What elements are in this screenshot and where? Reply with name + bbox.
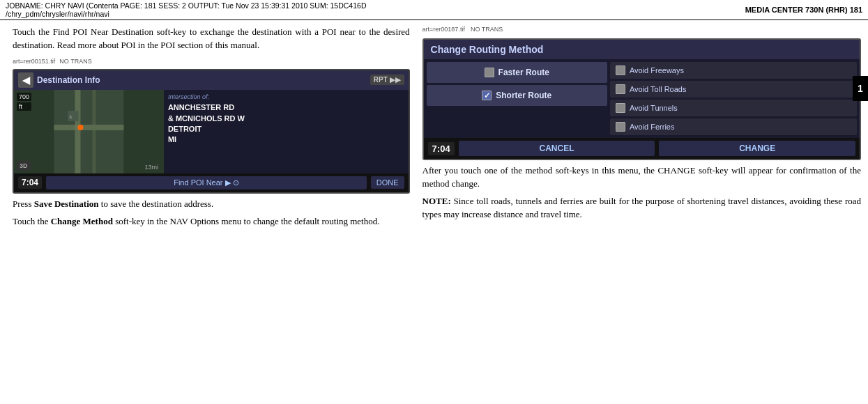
intro-text: Touch the Find POI Near Destination soft…: [13, 26, 410, 52]
rpt-button[interactable]: RPT ▶▶: [370, 75, 404, 85]
svg-rect-0: [54, 90, 123, 173]
svg-rect-2: [75, 90, 80, 173]
change-method-text: Touch the Change Method soft-key in the …: [13, 215, 410, 228]
map-controls: 700 ft: [17, 93, 31, 111]
road-name-4: MI: [168, 134, 404, 145]
avoid-ferries-button[interactable]: Avoid Ferries: [610, 118, 857, 135]
routing-method-ui: Change Routing Method Faster Route ✓ Sho…: [422, 38, 861, 160]
avoid-ferries-checkbox[interactable]: [616, 122, 625, 132]
page-number-tab: 1: [853, 76, 868, 101]
zoom-level: 700: [17, 93, 31, 101]
nav-map: $ 700 ft 3D 13mi: [14, 90, 164, 173]
shorter-route-checkbox[interactable]: ✓: [482, 91, 492, 100]
header-left: JOBNAME: CHRY NAVI (Contenta PAGE: 181 S…: [6, 1, 366, 18]
no-trans-label-right: art=rer00187.tif NO TRANS: [422, 26, 861, 33]
road-name-2: & MCNICHOLS RD W: [168, 114, 404, 124]
svg-point-4: [77, 125, 83, 130]
nav-time: 7:04: [18, 176, 42, 189]
change-button[interactable]: CHANGE: [659, 141, 855, 156]
find-poi-button[interactable]: Find POI Near ▶ ⊙: [46, 176, 367, 189]
nav-map-area: $ 700 ft 3D 13mi Intersection of: ANNCHE…: [14, 90, 409, 173]
distance-label: 13mi: [144, 164, 161, 171]
faster-route-button[interactable]: Faster Route: [427, 62, 607, 83]
intersection-label: Intersection of:: [168, 93, 404, 102]
no-trans-label-left: art=rer00151.tif NO TRANS: [13, 58, 410, 65]
after-text: After you touch one of the method soft-k…: [422, 164, 861, 191]
avoid-tunnels-checkbox[interactable]: [616, 103, 625, 113]
routing-time: 7:04: [428, 142, 455, 155]
left-column: Touch the Find POI Near Destination soft…: [0, 20, 417, 402]
done-button[interactable]: DONE: [371, 176, 404, 189]
header-right: MEDIA CENTER 730N (RHR) 181: [745, 6, 862, 14]
svg-text:$: $: [69, 114, 72, 120]
svg-rect-1: [54, 125, 123, 130]
destination-info-ui: ◀ Destination Info RPT ▶▶ $: [13, 69, 410, 194]
back-button[interactable]: ◀: [18, 72, 33, 88]
routing-title: Change Routing Method: [424, 40, 860, 59]
avoid-freeways-button[interactable]: Avoid Freeways: [610, 62, 857, 79]
road-name-3: DETROIT: [168, 124, 404, 134]
note-text: NOTE: Since toll roads, tunnels and ferr…: [422, 195, 861, 222]
route-options: Faster Route ✓ Shorter Route: [427, 62, 607, 135]
routing-body: Faster Route ✓ Shorter Route Avoid Freew…: [424, 59, 860, 138]
routing-footer: 7:04 CANCEL CHANGE: [424, 138, 860, 159]
nav-title: Destination Info: [37, 75, 100, 85]
avoid-freeways-checkbox[interactable]: [616, 65, 625, 75]
avoid-toll-roads-button[interactable]: Avoid Toll Roads: [610, 81, 857, 98]
nav-bottom-bar: 7:04 Find POI Near ▶ ⊙ DONE: [14, 173, 409, 192]
avoid-options: Avoid Freeways Avoid Toll Roads Avoid Tu…: [610, 62, 857, 135]
nav-info: Intersection of: ANNCHESTER RD & MCNICHO…: [164, 90, 409, 173]
nav-header: ◀ Destination Info RPT ▶▶: [14, 70, 409, 90]
avoid-toll-roads-checkbox[interactable]: [616, 84, 625, 94]
road-name-1: ANNCHESTER RD: [168, 102, 404, 113]
cancel-button[interactable]: CANCEL: [459, 141, 655, 156]
3d-button[interactable]: 3D: [17, 161, 31, 171]
page-header: JOBNAME: CHRY NAVI (Contenta PAGE: 181 S…: [0, 0, 868, 20]
shorter-route-button[interactable]: ✓ Shorter Route: [427, 85, 607, 106]
svg-rect-3: [92, 90, 96, 173]
avoid-tunnels-button[interactable]: Avoid Tunnels: [610, 100, 857, 116]
faster-route-checkbox[interactable]: [485, 68, 494, 77]
press-save-text: Press Save Destination to save the desti…: [13, 198, 410, 211]
right-column: art=rer00187.tif NO TRANS Change Routing…: [417, 20, 868, 402]
